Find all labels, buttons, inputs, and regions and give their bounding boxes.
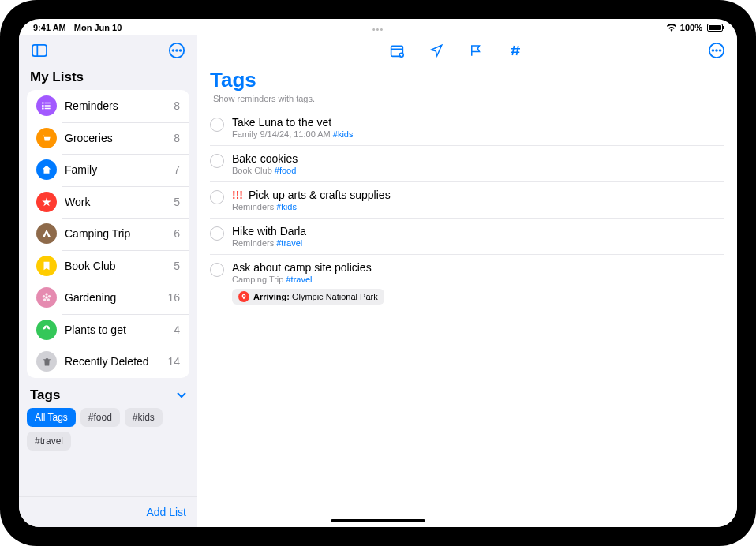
svg-point-17 [43, 298, 47, 301]
lists-card: Reminders 8 Groceries 8 Family 7 Work 5 … [27, 90, 189, 378]
location-icon[interactable] [425, 39, 447, 62]
reminder-body: Ask about camp site policies Camping Tri… [232, 261, 724, 305]
list-item[interactable]: Book Club 5 [27, 250, 189, 282]
list-item[interactable]: Reminders 8 [27, 90, 189, 122]
my-lists-header: My Lists [19, 66, 197, 90]
svg-point-26 [713, 50, 714, 51]
page-title: Tags [210, 68, 724, 92]
tags-title: Tags [30, 387, 60, 403]
reminder-row[interactable]: Take Luna to the vet Family 9/14/24, 11:… [210, 110, 724, 146]
reminder-row[interactable]: !!! Pick up arts & crafts supplies Remin… [210, 182, 724, 219]
reminder-meta: Book Club #food [232, 166, 724, 175]
reminder-title: Hike with Darla [232, 225, 724, 237]
complete-toggle[interactable] [210, 263, 224, 277]
hashtag-icon[interactable] [504, 39, 526, 62]
multitask-dots[interactable]: ••• [372, 24, 384, 34]
svg-point-12 [45, 297, 48, 300]
reminder-title: Take Luna to the vet [232, 116, 724, 129]
tag-chip[interactable]: #travel [27, 432, 71, 451]
tag-chip[interactable]: All Tags [27, 408, 76, 427]
location-text: Arriving: Olympic National Park [253, 292, 378, 301]
list-count: 16 [167, 291, 180, 304]
list-item[interactable]: Plants to get 4 [27, 314, 189, 346]
svg-point-27 [716, 50, 717, 51]
list-name: Book Club [65, 260, 174, 272]
list-count: 8 [174, 99, 180, 112]
complete-toggle[interactable] [210, 190, 224, 204]
complete-toggle[interactable] [210, 226, 224, 241]
main-body: Tags Show reminders with tags. Take Luna… [197, 66, 737, 527]
list-name: Work [65, 196, 174, 208]
tag-chip[interactable]: #food [80, 408, 120, 427]
list-item[interactable]: Recently Deleted 14 [27, 346, 189, 378]
list-count: 8 [174, 132, 180, 144]
sidebar: My Lists Reminders 8 Groceries 8 Family … [19, 35, 197, 527]
reminder-title: !!! Pick up arts & crafts supplies [232, 189, 724, 201]
reminder-row[interactable]: Hike with Darla Reminders #travel [210, 219, 724, 255]
more-options-icon[interactable] [166, 39, 188, 62]
add-list-button[interactable]: Add List [146, 506, 186, 518]
flag-icon[interactable] [465, 39, 487, 62]
main-more-icon[interactable] [705, 39, 728, 62]
list-count: 5 [174, 196, 180, 208]
reminder-row[interactable]: Ask about camp site policies Camping Tri… [210, 255, 724, 311]
svg-point-16 [47, 298, 51, 301]
list-count: 4 [174, 323, 180, 336]
sidebar-footer: Add List [19, 496, 197, 527]
ipad-frame: ••• 9:41 AM Mon Jun 10 100% [0, 0, 756, 546]
list-icon [36, 95, 57, 116]
reminder-tag: #kids [276, 202, 297, 211]
reminder-tag: #travel [286, 275, 312, 284]
reminder-body: Bake cookies Book Club #food [232, 152, 724, 175]
main-panel: Tags Show reminders with tags. Take Luna… [197, 35, 737, 527]
reminder-title: Ask about camp site policies [232, 261, 724, 274]
list-name: Gardening [65, 291, 167, 304]
reminder-tag: #kids [333, 129, 354, 139]
app-content: My Lists Reminders 8 Groceries 8 Family … [19, 35, 737, 527]
list-icon [36, 128, 57, 148]
home-indicator[interactable] [331, 519, 425, 522]
priority-indicator: !!! [232, 189, 243, 201]
svg-point-4 [176, 50, 178, 51]
list-item[interactable]: Groceries 8 [27, 122, 189, 155]
list-name: Recently Deleted [65, 355, 167, 368]
list-icon [36, 192, 57, 212]
svg-point-15 [43, 295, 46, 298]
calendar-icon[interactable] [386, 39, 408, 62]
reminder-title: Bake cookies [232, 152, 724, 165]
reminder-meta: Family 9/14/24, 11:00 AM #kids [232, 129, 724, 139]
list-name: Camping Trip [65, 227, 174, 240]
main-toolbar [197, 35, 737, 66]
reminder-row[interactable]: Bake cookies Book Club #food [210, 146, 724, 182]
list-icon [36, 223, 57, 244]
complete-toggle[interactable] [210, 118, 224, 132]
svg-line-23 [512, 46, 514, 55]
reminder-meta: Reminders #kids [232, 202, 724, 211]
reminder-body: Take Luna to the vet Family 9/14/24, 11:… [232, 116, 724, 139]
list-item[interactable]: Family 7 [27, 154, 189, 186]
tag-chips: All Tags#food#kids#travel [19, 408, 197, 451]
reminder-body: Hike with Darla Reminders #travel [232, 225, 724, 248]
page-subtitle: Show reminders with tags. [210, 94, 724, 103]
list-item[interactable]: Work 5 [27, 186, 189, 219]
list-item[interactable]: Camping Trip 6 [27, 218, 189, 250]
list-name: Groceries [65, 132, 174, 144]
svg-point-10 [43, 106, 43, 107]
reminder-body: !!! Pick up arts & crafts supplies Remin… [232, 189, 724, 211]
list-icon [36, 287, 57, 308]
svg-point-9 [43, 103, 43, 103]
status-date: Mon Jun 10 [74, 23, 122, 32]
sidebar-toolbar [19, 35, 197, 66]
complete-toggle[interactable] [210, 154, 224, 168]
tags-section-header[interactable]: Tags [19, 378, 197, 408]
list-item[interactable]: Gardening 16 [27, 282, 189, 314]
svg-point-14 [48, 295, 51, 298]
list-count: 5 [174, 260, 180, 272]
list-icon [36, 256, 57, 276]
sidebar-toggle-icon[interactable] [28, 39, 51, 62]
list-name: Family [65, 163, 174, 176]
reminder-tag: #travel [276, 238, 302, 248]
tag-chip[interactable]: #kids [125, 408, 163, 427]
svg-point-28 [720, 50, 721, 51]
reminder-meta: Camping Trip #travel [232, 275, 724, 284]
